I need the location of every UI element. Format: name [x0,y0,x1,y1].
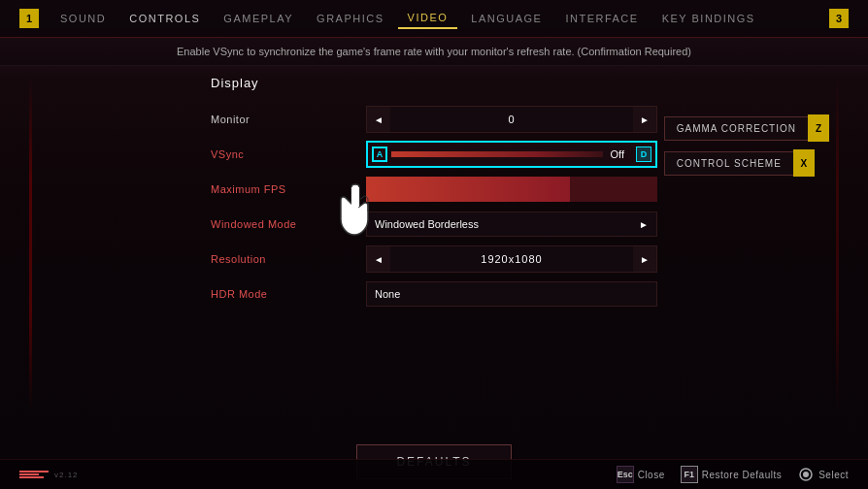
setting-row-vsync: VSync A Off D [211,141,657,168]
hdr-value: None [367,288,656,300]
resolution-value: 1920x1080 [390,253,633,265]
nav-item-video[interactable]: VIDEO [398,8,458,29]
select-action[interactable]: Select [797,466,849,483]
logo-line-2 [19,473,39,475]
control-resolution: ◄ 1920x1080 ► [366,245,657,273]
top-navigation: 1 SOUND CONTROLS GAMEPLAY GRAPHICS VIDEO… [0,0,868,38]
nav-item-sound[interactable]: SOUND [50,9,116,28]
windowed-dropdown[interactable]: Windowed Borderless ► [366,212,657,237]
monitor-value: 0 [390,114,633,125]
control-scheme-badge: X [793,149,815,177]
control-scheme-label: CONTROL SCHEME [664,151,793,176]
nav-item-gameplay[interactable]: GAMEPLAY [214,9,303,28]
label-monitor: Monitor [211,114,366,125]
restore-badge: F1 [681,466,698,483]
status-left: v2.12 [19,471,79,479]
gamma-correction-label: GAMMA CORRECTION [664,116,808,141]
setting-row-maxfps: Maximum FPS [211,176,657,203]
windowed-arrow-icon: ► [631,219,656,230]
close-action[interactable]: Esc Close [617,466,665,483]
setting-row-resolution: Resolution ◄ 1920x1080 ► [211,245,657,273]
windowed-value: Windowed Borderless [367,218,631,230]
close-label: Close [638,470,665,480]
maxfps-bar-fill [366,177,570,202]
vsync-a-badge: A [372,147,387,162]
resolution-arrow-left[interactable]: ◄ [367,246,390,272]
section-title-display: Display [211,76,657,94]
nav-item-controls[interactable]: CONTROLS [119,9,210,28]
resolution-arrow-right[interactable]: ► [633,246,656,272]
logo-line-3 [19,476,44,478]
vsync-value: Off [603,148,632,160]
monitor-arrow-control[interactable]: ◄ 0 ► [366,106,657,133]
select-label: Select [818,470,849,480]
status-right: Esc Close F1 Restore Defaults Select [617,466,849,483]
gamma-correction-button[interactable]: GAMMA CORRECTION Z [664,114,829,142]
logo-line-1 [19,471,49,473]
label-vsync: VSync [211,148,366,160]
setting-row-monitor: Monitor ◄ 0 ► [211,106,657,133]
monitor-arrow-left[interactable]: ◄ [367,107,390,132]
maxfps-slider[interactable] [366,177,657,202]
close-badge: Esc [617,466,634,483]
control-vsync: A Off D [366,141,657,168]
setting-row-windowed: Windowed Mode Windowed Borderless ► [211,211,657,238]
resolution-arrow-control[interactable]: ◄ 1920x1080 ► [366,245,657,273]
select-icon [797,466,815,483]
label-hdr: HDR Mode [211,288,366,300]
control-scheme-button[interactable]: CONTROL SCHEME X [664,149,829,177]
control-monitor: ◄ 0 ► [366,106,657,133]
info-bar-text: Enable VSync to synchronize the game's f… [177,46,691,57]
control-windowed: Windowed Borderless ► [366,212,657,237]
control-maxfps [366,177,657,202]
label-maxfps: Maximum FPS [211,183,366,195]
nav-item-graphics[interactable]: GRAPHICS [307,9,393,28]
info-bar: Enable VSync to synchronize the game's f… [0,38,868,66]
status-bar: v2.12 Esc Close F1 Restore Defaults Sele… [0,459,868,489]
svg-point-2 [803,472,809,477]
nav-item-interface[interactable]: INTERFACE [555,9,648,28]
hdr-dropdown[interactable]: None [366,281,657,307]
vsync-d-badge: D [636,147,651,162]
restore-label: Restore Defaults [702,470,782,480]
right-panel: GAMMA CORRECTION Z CONTROL SCHEME X [664,114,829,177]
label-resolution: Resolution [211,253,366,265]
gamma-correction-badge: Z [808,114,829,142]
vsync-control[interactable]: A Off D [366,141,657,168]
monitor-arrow-right[interactable]: ► [633,107,656,132]
main-container: 1 SOUND CONTROLS GAMEPLAY GRAPHICS VIDEO… [0,0,868,489]
content-area: Display Monitor ◄ 0 ► VSync A [0,66,868,435]
nav-item-language[interactable]: LANGUAGE [461,9,551,28]
nav-item-keybindings[interactable]: KEY BINDINGS [652,9,765,28]
setting-row-hdr: HDR Mode None [211,280,657,308]
logo [19,471,49,478]
status-text: v2.12 [54,471,79,479]
vsync-slider-bar [391,151,603,157]
settings-panel: Display Monitor ◄ 0 ► VSync A [211,76,657,425]
restore-defaults-action[interactable]: F1 Restore Defaults [681,466,782,483]
nav-icon-right: 3 [829,9,849,28]
nav-icon-left: 1 [19,9,39,28]
label-windowed: Windowed Mode [211,218,366,230]
control-hdr: None [366,281,657,307]
